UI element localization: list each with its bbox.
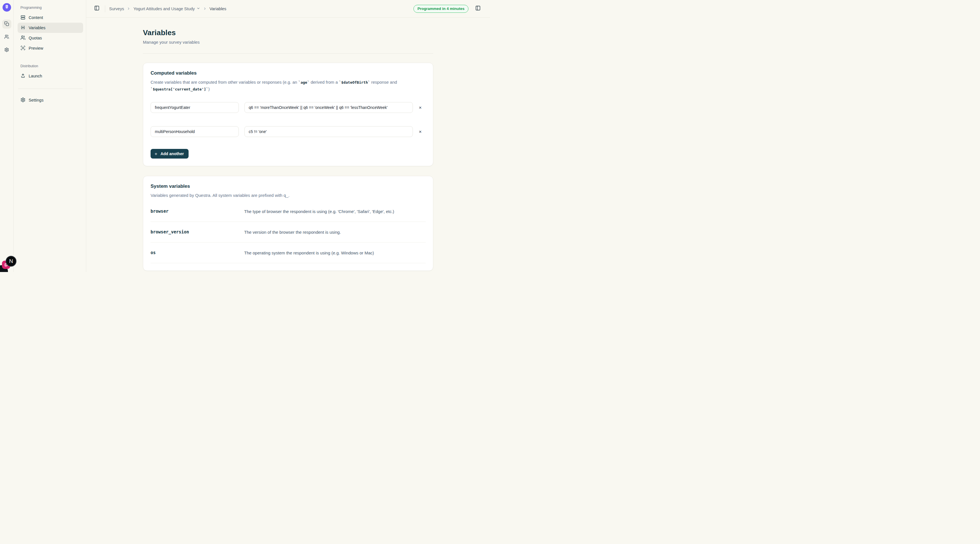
rail-people-button[interactable]: [2, 33, 11, 42]
variable-icon: [21, 25, 25, 31]
system-card-description: Variables generated by Questra. All syst…: [151, 192, 423, 199]
sidebar-item-label: Variables: [29, 25, 45, 30]
chevron-right-icon: [203, 7, 207, 11]
remove-variable-button[interactable]: ×: [418, 104, 423, 111]
sidebar-item-label: Preview: [29, 46, 43, 51]
system-variable-description: The version of the browser the responden…: [244, 230, 341, 235]
panel-left-icon: [94, 5, 100, 12]
system-variable-name: browser_version: [151, 229, 244, 235]
users-icon: [21, 35, 25, 41]
breadcrumb: Surveys Yogurt Attitudes and Usage Study…: [109, 6, 226, 11]
gear-icon: [4, 48, 9, 53]
sidebar-item-content[interactable]: Content: [18, 13, 83, 23]
topbar: Surveys Yogurt Attitudes and Usage Study…: [86, 0, 490, 17]
panel-right-icon: [475, 5, 480, 12]
computed-card-title: Computed variables: [151, 70, 426, 76]
icon-rail: [0, 0, 14, 272]
variable-expression-input[interactable]: [245, 102, 413, 113]
add-another-label: Add another: [161, 151, 184, 156]
chevron-right-icon: [127, 7, 130, 11]
building-icon: [5, 5, 9, 10]
sidebar-item-launch[interactable]: Launch: [18, 71, 83, 81]
nextjs-dev-badge[interactable]: N: [6, 256, 16, 267]
breadcrumb-survey-label: Yogurt Attitudes and Usage Study: [133, 6, 194, 11]
sidebar-item-preview[interactable]: Preview: [18, 43, 83, 53]
system-variable-row: browser_version The version of the brows…: [151, 222, 426, 242]
sidebar-item-quotas[interactable]: Quotas: [18, 33, 83, 43]
rail-surveys-button[interactable]: [2, 19, 11, 29]
scan-icon: [21, 45, 25, 51]
nav-sidebar: Programming Content Variables: [14, 0, 86, 272]
section-label-programming: Programming: [18, 3, 83, 13]
rows-icon: [21, 15, 25, 21]
breadcrumb-surveys[interactable]: Surveys: [109, 6, 124, 11]
remove-variable-button[interactable]: ×: [418, 128, 423, 135]
sidebar-toggle-button[interactable]: [92, 5, 101, 13]
chevron-down-icon: [197, 6, 200, 11]
page-title: Variables: [143, 29, 433, 37]
breadcrumb-current: Variables: [210, 6, 226, 11]
system-variable-row: browser The type of browser the responde…: [151, 201, 426, 222]
sidebar-item-label: Settings: [29, 98, 43, 102]
system-card-title: System variables: [151, 183, 426, 189]
system-variable-name: os: [151, 250, 244, 255]
main-area: Surveys Yogurt Attitudes and Usage Study…: [86, 0, 490, 272]
right-panel-toggle-button[interactable]: [474, 5, 482, 13]
sidebar-item-label: Quotas: [29, 36, 42, 40]
sidebar-item-label: Content: [29, 15, 43, 20]
inline-code-current-date: `$questra['current_date']`: [151, 87, 208, 91]
title-divider: [143, 53, 433, 54]
app-window: Programming Content Variables: [0, 0, 490, 272]
workspace-logo[interactable]: [3, 3, 11, 12]
system-variables-list: browser The type of browser the responde…: [151, 201, 426, 263]
gear-icon: [21, 97, 25, 103]
system-variable-name: browser: [151, 209, 244, 214]
computed-variable-row: ×: [151, 102, 426, 113]
sidebar-item-label: Launch: [29, 74, 42, 78]
upload-icon: [21, 73, 25, 79]
topbar-divider: [105, 5, 105, 12]
page-subtitle: Manage your survey variables: [143, 40, 433, 45]
sidebar-item-variables[interactable]: Variables: [18, 23, 83, 33]
system-variable-description: The operating system the respondent is u…: [244, 250, 374, 255]
computed-variable-row: ×: [151, 126, 426, 137]
programmed-time-badge[interactable]: Programmed in 4 minutes: [414, 5, 468, 13]
plus-icon: +: [154, 151, 158, 156]
system-variables-card: System variables Variables generated by …: [143, 176, 433, 271]
sidebar-item-settings[interactable]: Settings: [18, 95, 83, 105]
system-variable-row: os The operating system the respondent i…: [151, 242, 426, 263]
page-content: Variables Manage your survey variables C…: [86, 17, 490, 272]
variable-expression-input[interactable]: [245, 126, 413, 137]
variable-name-input[interactable]: [151, 102, 239, 113]
variable-name-input[interactable]: [151, 126, 239, 137]
section-label-distribution: Distribution: [18, 62, 83, 71]
breadcrumb-survey[interactable]: Yogurt Attitudes and Usage Study: [133, 6, 200, 11]
system-variable-description: The type of browser the respondent is us…: [244, 209, 394, 214]
rail-settings-button[interactable]: [2, 46, 11, 55]
add-another-button[interactable]: + Add another: [151, 149, 189, 159]
copy-icon: [4, 21, 9, 27]
users-icon: [4, 34, 9, 40]
inline-code-age: `age`: [298, 80, 309, 84]
computed-card-description: Create variables that are computed from …: [151, 79, 423, 92]
computed-variables-card: Computed variables Create variables that…: [143, 63, 433, 166]
inline-code-dateofbirth: `$dateOfBirth`: [339, 80, 370, 84]
